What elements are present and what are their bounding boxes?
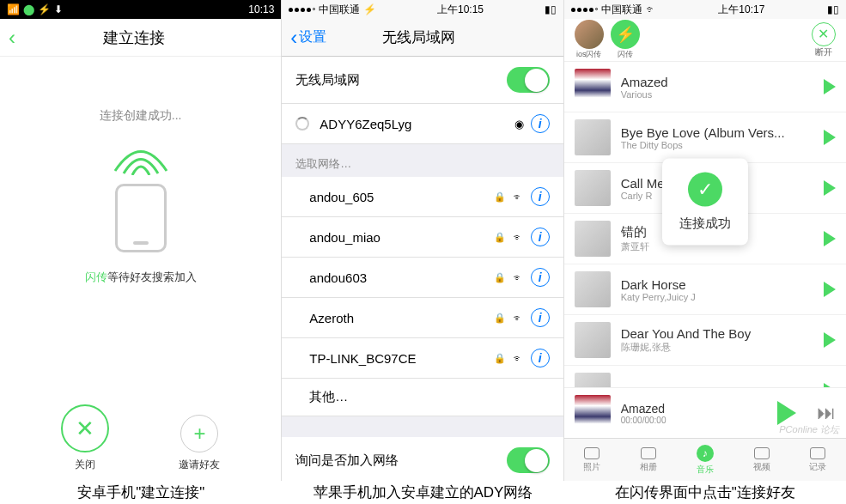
carrier: 中国联通 [319,3,360,17]
network-ssid: andou_miao [309,230,493,245]
tab-label: 视频 [753,461,770,473]
user-avatar-1[interactable]: ios闪传 [575,20,604,60]
tab-相册[interactable]: 相册 [620,439,677,481]
status-bar: 中国联通ᯤ 上午10:17 ▮▯ [564,0,846,19]
music-transfer-screen: 中国联通ᯤ 上午10:17 ▮▯ ios闪传 ⚡ 闪传 ✕ 断开 Amazed … [564,0,846,481]
tab-label: 音乐 [697,464,714,476]
song-row[interactable]: Dear You And The Boy 陈珊妮,张悬 [564,315,846,366]
album-art [575,395,611,431]
wifi-icon: ◉ [514,118,524,131]
info-icon[interactable]: i [531,268,550,287]
next-button[interactable]: ⏭ [817,402,836,424]
network-row[interactable]: andou603 🔒 ᯤ i [282,258,563,298]
network-row[interactable]: andou_miao 🔒 ᯤ i [282,217,563,258]
close-button[interactable]: ✕ 关闭 [61,404,109,472]
wifi-icon: ᯤ [513,312,524,325]
album-art [575,170,611,206]
album-art [575,221,611,257]
header: ios闪传 ⚡ 闪传 ✕ 断开 [564,19,846,62]
play-icon[interactable] [824,332,836,348]
info-icon[interactable]: i [531,114,550,133]
lock-icon: 🔒 [494,272,506,283]
wifi-signal-icon [107,141,175,175]
tab-icon: ♪ [697,445,714,462]
caption-1: 安卓手机"建立连接" [0,481,282,504]
wifi-icon: ᯤ [513,191,524,203]
status-bar: 中国联通⚡ 上午10:15 ▮▯ [282,0,563,19]
android-screen: 📶 ⬤ ⚡ ⬇ 10:13 ‹ 建立连接 连接创建成功... 闪传等待好友搜索加… [0,0,282,481]
album-art [575,119,611,155]
header: ‹设置 无线局域网 [282,19,563,57]
song-title: Dark Horse [621,277,813,292]
wifi-toggle[interactable] [507,67,550,93]
song-artist: 陈珊妮,张悬 [621,341,813,354]
wifi-status-icon: ᯤ [646,3,656,15]
play-icon[interactable] [824,282,836,297]
tab-label: 记录 [809,461,826,473]
song-row[interactable]: Bye Bye Love (Album Vers... The Ditty Bo… [564,112,846,163]
invite-button[interactable]: + 邀请好友 [179,404,220,472]
wifi-toggle-row: 无线局域网 [282,57,563,104]
status-time: 10:13 [248,3,274,15]
connected-network-row[interactable]: ADYY6Zeq5Lyg ◉ i [282,104,563,144]
lock-icon: 🔒 [494,191,506,203]
info-icon[interactable]: i [531,187,550,206]
status-bar: 📶 ⬤ ⚡ ⬇ 10:13 [0,0,281,19]
other-network-row[interactable]: 其他… [282,379,563,416]
play-icon[interactable] [824,180,836,196]
back-button[interactable]: ‹设置 [290,26,326,50]
battery-icon: ▮▯ [827,3,839,15]
network-ssid: andou603 [309,270,493,285]
song-row[interactable]: Amazed Various [564,62,846,112]
now-playing-title: Amazed [621,402,767,416]
user-avatar-2[interactable]: ⚡ 闪传 [611,20,640,60]
wifi-icon: ᯤ [513,271,524,284]
wifi-status-icon: ⚡ [363,3,376,15]
back-button[interactable]: ‹ [9,26,15,50]
page-title: 无线局域网 [326,27,511,47]
info-icon[interactable]: i [531,349,550,367]
album-art [575,271,611,307]
info-icon[interactable]: i [531,308,550,327]
waiting-text: 闪传等待好友搜索加入 [85,270,197,285]
tab-label: 相册 [640,461,657,473]
wifi-icon: ᯤ [513,352,524,365]
carrier: 中国联通 [601,3,642,17]
watermark: PConline 论坛 [779,423,839,436]
caption-3: 在闪传界面中点击"连接好友 [564,481,846,504]
play-icon[interactable] [824,79,836,94]
play-button[interactable] [777,401,796,425]
plus-icon: + [180,415,218,452]
play-icon[interactable] [824,130,836,145]
check-icon: ✓ [688,173,722,207]
song-title: Bye Bye Love (Album Vers... [621,125,813,140]
tab-照片[interactable]: 照片 [564,439,621,481]
network-row[interactable]: Azeroth 🔒 ᯤ i [282,298,563,338]
tab-icon [754,447,770,459]
ask-join-toggle[interactable] [507,447,550,473]
network-row[interactable]: TP-LINK_BC97CE 🔒 ᯤ i [282,338,563,379]
play-icon[interactable] [824,231,836,246]
song-row[interactable]: Dark Horse Katy Perry,Juicy J [564,264,846,315]
song-row[interactable]: Don't Stop [564,366,846,387]
song-title: Amazed [621,75,813,89]
tab-音乐[interactable]: ♪ 音乐 [677,439,733,481]
tab-icon [641,447,656,459]
caption-2: 苹果手机加入安卓建立的ADY网络 [282,481,563,504]
tab-记录[interactable]: 记录 [789,439,846,481]
bolt-icon: ⚡ [611,20,640,49]
success-toast: ✓ 连接成功 [662,159,748,246]
network-ssid: andou_605 [309,190,493,204]
tab-icon [810,447,825,459]
disconnect-button[interactable]: ✕ 断开 [812,22,836,58]
network-ssid: TP-LINK_BC97CE [309,351,493,366]
info-icon[interactable]: i [531,228,550,246]
header: ‹ 建立连接 [0,19,281,57]
spinner-icon [295,117,309,131]
network-row[interactable]: andou_605 🔒 ᯤ i [282,177,563,217]
song-title: Dear You And The Boy [621,326,813,341]
tab-视频[interactable]: 视频 [733,439,790,481]
battery-icon: ▮▯ [545,3,557,15]
tab-bar: 照片 相册♪ 音乐 视频 记录 [564,438,846,481]
section-header: 选取网络… [282,144,563,177]
